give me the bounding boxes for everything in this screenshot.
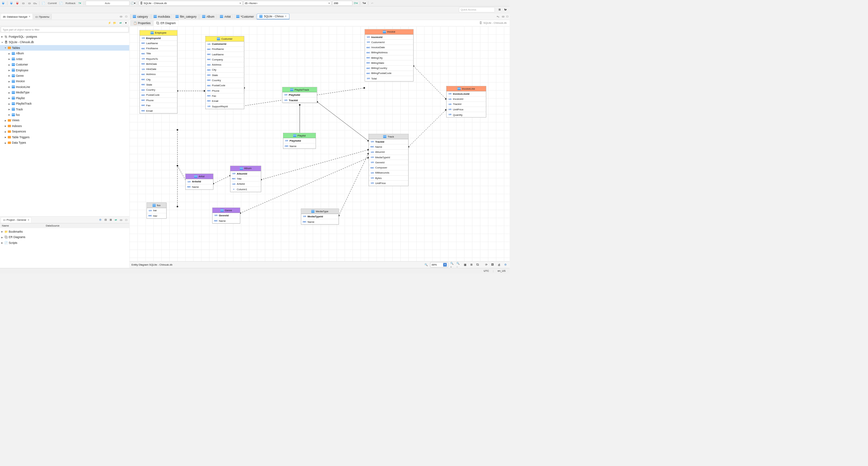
column-trackid[interactable]: 123TrackId bbox=[446, 102, 486, 107]
entity-album[interactable]: Album123AlbumIdABCTitle123ArtistId⁞⁞Colu… bbox=[230, 166, 261, 192]
column-customerid[interactable]: 123CustomerId bbox=[365, 40, 413, 45]
tree-node-postgres[interactable]: ▶🐘PostgreSQL - postgres bbox=[0, 34, 129, 39]
menu-tb-icon[interactable]: ▾ bbox=[124, 21, 128, 25]
search-icon[interactable]: 🔍 bbox=[424, 263, 428, 267]
entity-header[interactable]: foo bbox=[147, 203, 166, 208]
column-name[interactable]: ABCName bbox=[301, 219, 338, 225]
timezone-label[interactable]: UTC bbox=[484, 269, 489, 272]
collapse-icon[interactable]: ⊟ bbox=[103, 218, 108, 222]
entity-header[interactable]: Album bbox=[230, 166, 261, 171]
project-item-scripts[interactable]: ▶📄Scripts bbox=[0, 240, 129, 246]
tree-node-table-artist[interactable]: ▶Artist bbox=[0, 56, 129, 62]
close-icon[interactable]: ✕ bbox=[285, 15, 287, 18]
column-invoicelineid[interactable]: 123InvoiceLineId bbox=[446, 91, 486, 96]
link-tb-icon[interactable]: ⇄ bbox=[118, 21, 123, 25]
disconnect-icon[interactable] bbox=[15, 1, 20, 5]
close-icon[interactable]: ✕ bbox=[29, 15, 31, 18]
entity-artist[interactable]: Artist123ArtistIdABCName bbox=[185, 174, 213, 190]
project-item-er-diagrams[interactable]: ▶⿻ER Diagrams bbox=[0, 234, 129, 240]
column-composer[interactable]: ABCComposer bbox=[369, 165, 408, 171]
column-trackid[interactable]: 123TrackId bbox=[282, 98, 317, 103]
column-bytes[interactable]: 123Bytes bbox=[369, 176, 408, 181]
minimize-icon[interactable]: ▭ bbox=[501, 14, 505, 19]
editor-tab-artist[interactable]: Artist bbox=[218, 14, 233, 19]
tab-database-navigator[interactable]: 🗃 Database Navigat ✕ bbox=[1, 14, 33, 19]
column-phone[interactable]: ABCPhone bbox=[205, 88, 244, 93]
tree-node-table-employee[interactable]: ▶Employee bbox=[0, 67, 129, 73]
tree-node-table-foo[interactable]: ▶foo bbox=[0, 112, 129, 118]
entity-header[interactable]: Customer bbox=[205, 36, 244, 41]
column-billingpostalcode[interactable]: ABCBillingPostalCode bbox=[365, 71, 413, 76]
tab-project-general[interactable]: ▭ Project - General ✕ bbox=[1, 217, 32, 222]
column-birthdate[interactable]: ABCBirthDate bbox=[139, 61, 177, 67]
commit-label[interactable]: Commit bbox=[47, 2, 58, 5]
navigator-tree[interactable]: ▶🐘PostgreSQL - postgres ▼🗄SQLite - Chino… bbox=[0, 33, 129, 216]
rollback-icon[interactable]: 📄 bbox=[59, 1, 63, 5]
column-state[interactable]: ABCState bbox=[139, 82, 177, 87]
export-icon[interactable]: 🖼 bbox=[490, 263, 495, 267]
entity-header[interactable]: Artist bbox=[185, 174, 213, 179]
settings-icon[interactable]: ⚙ bbox=[503, 263, 508, 267]
column-country[interactable]: ABCCountry bbox=[139, 88, 177, 93]
column-baz[interactable]: ABCbaz bbox=[147, 213, 166, 218]
column-milliseconds[interactable]: 123Milliseconds bbox=[369, 171, 408, 176]
column-invoicedate[interactable]: ABCInvoiceDate bbox=[365, 45, 413, 50]
entity-playlisttrack[interactable]: PlaylistTrack123PlaylistId123TrackId bbox=[282, 87, 317, 103]
stop-icon[interactable]: ✎▾ bbox=[362, 1, 366, 5]
column-city[interactable]: ABCCity bbox=[139, 77, 177, 82]
editor-tab-filmcategory[interactable]: film_category bbox=[173, 14, 199, 19]
tree-node-table-track[interactable]: ▶Track bbox=[0, 106, 129, 112]
refresh-icon[interactable]: ⟳▾ bbox=[354, 1, 358, 5]
entity-foo[interactable]: foo123barABCbaz bbox=[146, 203, 166, 219]
column-email[interactable]: ABCEmail bbox=[139, 108, 177, 113]
column-customerid[interactable]: 123CustomerId bbox=[205, 42, 244, 47]
layout-icon[interactable]: ▦ bbox=[463, 263, 467, 267]
column-name[interactable]: ABCName bbox=[185, 184, 213, 190]
connect-icon[interactable] bbox=[9, 1, 14, 5]
tab-projects[interactable]: ▭ Проекты bbox=[33, 14, 52, 19]
history-icon[interactable]: 🕘▾ bbox=[131, 1, 135, 5]
subtab-er-diagram[interactable]: ⿻ER Diagram bbox=[153, 20, 178, 26]
column-unitprice[interactable]: 123UnitPrice bbox=[446, 107, 486, 112]
editor-tab-category[interactable]: category bbox=[130, 14, 151, 19]
tree-node-sequences[interactable]: ▶Sequences bbox=[0, 129, 129, 134]
entity-track[interactable]: Track123TrackIdABCName123AlbumId123Media… bbox=[369, 134, 408, 186]
notation-icon[interactable]: ⿻ bbox=[476, 263, 480, 267]
editor-tab-customer[interactable]: *Customer bbox=[234, 14, 257, 19]
entity-header[interactable]: Playlist bbox=[283, 133, 316, 138]
column-albumid[interactable]: 123AlbumId bbox=[230, 171, 261, 176]
commit-icon[interactable]: 📄 bbox=[41, 1, 46, 5]
print-icon[interactable]: 🖨 bbox=[497, 263, 501, 267]
link-icon[interactable]: ⇄ bbox=[114, 218, 118, 222]
entity-invoiceline[interactable]: InvoiceLine123InvoiceLineId123InvoiceId1… bbox=[446, 86, 486, 118]
minimize-icon[interactable]: ▭ bbox=[119, 14, 123, 19]
column-name[interactable]: ABCName bbox=[212, 218, 240, 223]
quick-access-input[interactable]: Quick Access bbox=[459, 7, 495, 12]
tree-node-table-playlisttrack[interactable]: ▶PlaylistTrack bbox=[0, 101, 129, 106]
column-invoiceid[interactable]: 123InvoiceId bbox=[365, 35, 413, 40]
tree-node-table-playlist[interactable]: ▶Playlist bbox=[0, 95, 129, 101]
column-quantity[interactable]: 123Quantity bbox=[446, 112, 486, 117]
column-name[interactable]: ABCName bbox=[283, 144, 316, 149]
column-genreid[interactable]: 123GenreId bbox=[212, 213, 240, 218]
entity-playlist[interactable]: Playlist123PlaylistIdABCName bbox=[283, 133, 316, 149]
tx-mode-icon[interactable]: T▾ bbox=[77, 1, 82, 5]
column-fax[interactable]: ABCFax bbox=[139, 103, 177, 108]
editor-tab-mockdata[interactable]: mockdata bbox=[151, 14, 173, 19]
column-playlistid[interactable]: 123PlaylistId bbox=[283, 138, 316, 143]
refresh-diagram-icon[interactable]: ⟳ bbox=[484, 263, 488, 267]
column-city[interactable]: ABCCity bbox=[205, 68, 244, 73]
column-phone[interactable]: ABCPhone bbox=[139, 98, 177, 103]
tree-filter-input[interactable]: Type part of object name to filter bbox=[1, 27, 128, 32]
column-country[interactable]: ABCCountry bbox=[205, 78, 244, 83]
entity-header[interactable]: Track bbox=[369, 134, 408, 139]
column-genreid[interactable]: 123GenreId bbox=[369, 160, 408, 165]
column-hiredate[interactable]: 123HireDate bbox=[139, 67, 177, 72]
entity-header[interactable]: Invoice bbox=[365, 30, 413, 35]
er-canvas[interactable]: Employee123EmployeeIdABCLastNameABCFirst… bbox=[130, 26, 510, 261]
maximize-icon[interactable]: □ bbox=[505, 14, 510, 19]
tree-node-views[interactable]: ▶Views bbox=[0, 118, 129, 123]
column-address[interactable]: ABCAddress bbox=[139, 72, 177, 77]
revert-icon[interactable]: ⤺ bbox=[370, 1, 375, 5]
column-email[interactable]: ABCEmail bbox=[205, 99, 244, 104]
